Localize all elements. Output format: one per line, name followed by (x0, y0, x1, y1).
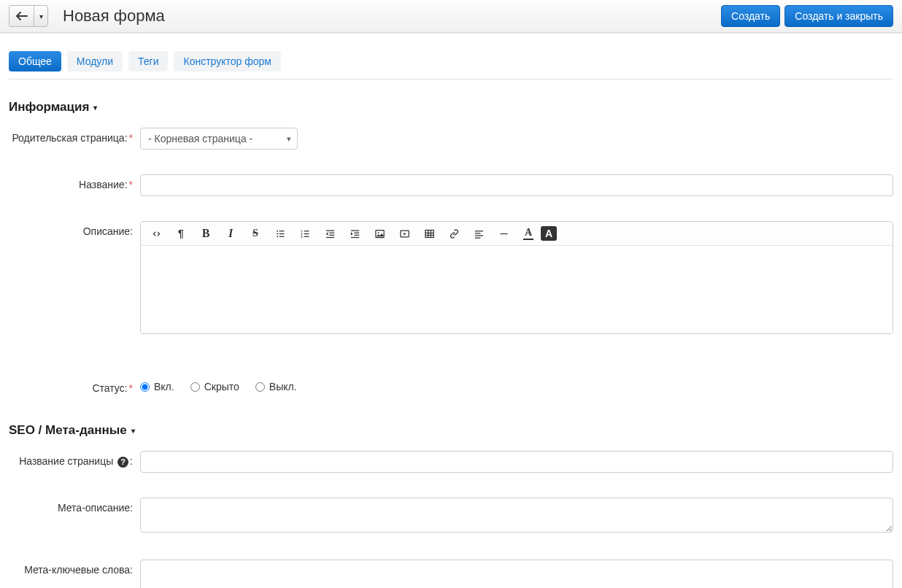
back-button-group: ▾ (9, 5, 48, 27)
svg-point-1 (277, 233, 278, 234)
row-status: Статус:* Вкл. Скрыто Выкл. (9, 378, 893, 394)
rte-textcolor-icon[interactable]: A (516, 223, 541, 244)
section-heading-seo[interactable]: SEO / Мета-данные ▾ (9, 423, 893, 438)
rte-bold-icon[interactable]: B (193, 223, 218, 244)
label-parent-page-text: Родительская страница: (12, 132, 127, 144)
label-meta-keywords: Мета-ключевые слова: (9, 560, 140, 576)
rte-code-icon[interactable] (144, 223, 169, 244)
status-option-hidden[interactable]: Скрыто (190, 381, 239, 392)
svg-rect-17 (354, 232, 359, 233)
caret-down-icon: ▾ (39, 12, 43, 20)
label-page-title: Название страницы ?: (9, 451, 140, 468)
svg-rect-16 (350, 230, 358, 231)
rte-video-icon[interactable] (392, 223, 417, 244)
required-marker: * (129, 132, 133, 144)
svg-rect-5 (279, 236, 284, 236)
svg-text:3: 3 (301, 235, 302, 238)
svg-rect-30 (474, 235, 482, 236)
svg-rect-18 (354, 234, 359, 235)
rte-ul-icon[interactable] (268, 223, 293, 244)
rte-align-icon[interactable] (466, 223, 491, 244)
svg-rect-9 (304, 231, 309, 231)
status-option-off-label: Выкл. (269, 381, 297, 392)
svg-rect-14 (329, 234, 334, 235)
rte-paragraph-icon[interactable]: ¶ (169, 223, 193, 244)
section-heading-info-label: Информация (9, 100, 89, 115)
required-marker: * (129, 382, 133, 394)
page-title: Новая форма (63, 7, 721, 26)
status-option-on[interactable]: Вкл. (140, 381, 174, 392)
label-parent-page: Родительская страница:* (9, 128, 140, 144)
rte-toolbar: ¶ B I S 123 A A (141, 222, 893, 246)
tab-tags[interactable]: Теги (128, 51, 168, 71)
status-radio-off[interactable] (255, 382, 265, 392)
rte-image-icon[interactable] (367, 223, 392, 244)
rte-indent-icon[interactable] (342, 223, 367, 244)
meta-keywords-input[interactable] (140, 560, 893, 588)
tab-general[interactable]: Общее (9, 51, 61, 71)
row-parent-page: Родительская страница:* (9, 128, 893, 150)
svg-point-2 (277, 236, 278, 237)
status-option-hidden-label: Скрыто (204, 381, 239, 392)
rich-text-editor: ¶ B I S 123 A A (140, 221, 893, 334)
help-icon[interactable]: ? (117, 457, 128, 468)
label-name: Название:* (9, 174, 140, 190)
status-radio-hidden[interactable] (190, 382, 200, 392)
status-radio-group: Вкл. Скрыто Выкл. (140, 378, 893, 392)
svg-point-21 (377, 232, 379, 233)
svg-rect-28 (474, 231, 482, 231)
svg-rect-10 (304, 233, 309, 233)
back-dropdown-button[interactable]: ▾ (34, 5, 48, 27)
label-page-title-prefix: Название страницы (19, 455, 113, 467)
svg-rect-3 (279, 231, 284, 231)
rte-table-icon[interactable] (417, 223, 442, 244)
svg-rect-15 (325, 236, 334, 237)
label-name-text: Название: (79, 179, 127, 190)
rte-link-icon[interactable] (442, 223, 466, 244)
name-input[interactable] (140, 174, 893, 196)
section-heading-info[interactable]: Информация ▾ (9, 100, 893, 115)
svg-rect-4 (279, 233, 284, 233)
create-button[interactable]: Создать (721, 5, 780, 27)
status-option-on-label: Вкл. (154, 381, 174, 392)
rte-hr-icon[interactable] (491, 223, 516, 244)
status-option-off[interactable]: Выкл. (255, 381, 297, 392)
parent-page-select[interactable] (140, 128, 298, 150)
rte-strike-icon[interactable]: S (243, 223, 268, 244)
caret-down-icon: ▾ (93, 104, 97, 112)
create-and-close-button[interactable]: Создать и закрыть (785, 5, 893, 27)
back-arrow-icon (16, 11, 28, 21)
svg-rect-13 (329, 232, 334, 233)
row-meta-description: Мета-описание: (9, 498, 893, 535)
svg-rect-23 (425, 230, 433, 237)
svg-point-0 (277, 230, 278, 231)
row-name: Название:* (9, 174, 893, 196)
rte-italic-icon[interactable]: I (218, 223, 243, 244)
tabs-bar: Общее Модули Теги Конструктор форм (9, 41, 893, 80)
row-meta-keywords: Мета-ключевые слова: (9, 560, 893, 588)
rte-outdent-icon[interactable] (317, 223, 342, 244)
header-actions: Создать Создать и закрыть (721, 5, 893, 27)
svg-rect-19 (350, 236, 358, 237)
tab-modules[interactable]: Модули (67, 51, 123, 71)
caret-down-icon: ▾ (131, 427, 135, 435)
section-heading-seo-label: SEO / Мета-данные (9, 423, 127, 438)
required-marker: * (129, 179, 133, 190)
tab-form-builder[interactable]: Конструктор форм (174, 51, 280, 71)
rte-bgcolor-icon[interactable]: A (541, 226, 557, 241)
page-header: ▾ Новая форма Создать Создать и закрыть (0, 0, 902, 33)
page-title-input[interactable] (140, 451, 893, 473)
rte-content-area[interactable] (141, 246, 893, 333)
svg-rect-29 (474, 233, 480, 233)
meta-description-input[interactable] (140, 498, 893, 533)
rte-ol-icon[interactable]: 123 (293, 223, 317, 244)
label-meta-description: Мета-описание: (9, 498, 140, 514)
status-radio-on[interactable] (140, 382, 150, 392)
label-status: Статус:* (9, 378, 140, 394)
back-button[interactable] (9, 5, 34, 27)
label-page-title-suffix: : (130, 455, 133, 467)
svg-rect-32 (500, 233, 507, 233)
svg-rect-31 (474, 237, 480, 238)
svg-rect-11 (304, 236, 309, 236)
label-description: Описание: (9, 221, 140, 237)
